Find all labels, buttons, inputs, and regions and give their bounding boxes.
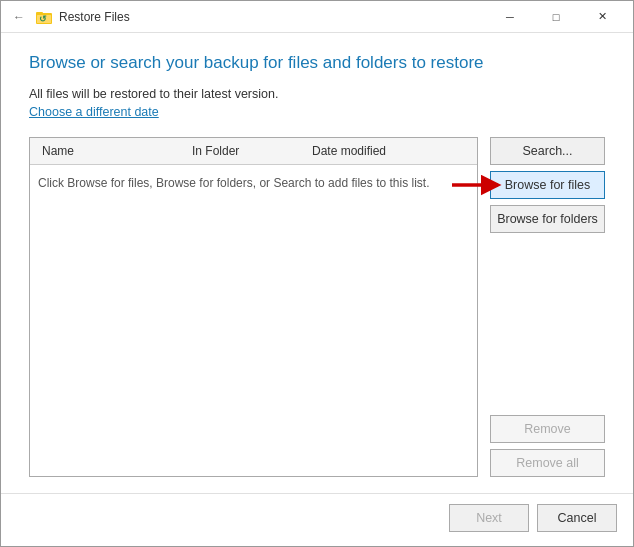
choose-date-link[interactable]: Choose a different date [29,105,605,119]
window-icon: ↺ [35,8,53,26]
page-title: Browse or search your backup for files a… [29,53,605,73]
browse-files-button[interactable]: Browse for files [490,171,605,199]
maximize-button[interactable]: □ [533,1,579,33]
col-folder: In Folder [188,142,308,160]
title-bar-controls: ─ □ ✕ [487,1,625,33]
remove-button[interactable]: Remove [490,415,605,443]
minimize-button[interactable]: ─ [487,1,533,33]
title-bar-left: ← ↺ Restore Files [9,7,487,27]
col-name: Name [38,142,188,160]
window-title: Restore Files [59,10,130,24]
side-buttons: Search... Browse for files Browse for fo… [490,137,605,477]
next-button[interactable]: Next [449,504,529,532]
remove-all-button[interactable]: Remove all [490,449,605,477]
red-arrow-icon [450,171,505,199]
info-text: All files will be restored to their late… [29,87,605,101]
arrow-indicator [450,171,505,202]
main-content: Browse or search your backup for files a… [1,33,633,493]
footer: Next Cancel [1,493,633,546]
list-header: Name In Folder Date modified [30,138,477,165]
cancel-button[interactable]: Cancel [537,504,617,532]
list-body: Click Browse for files, Browse for folde… [30,165,477,476]
search-button[interactable]: Search... [490,137,605,165]
back-button[interactable]: ← [9,7,29,27]
file-list: Name In Folder Date modified Click Brows… [29,137,478,477]
close-button[interactable]: ✕ [579,1,625,33]
svg-text:↺: ↺ [39,14,47,24]
restore-files-window: ← ↺ Restore Files ─ □ ✕ Browse or search… [0,0,634,547]
col-date: Date modified [308,142,469,160]
title-bar: ← ↺ Restore Files ─ □ ✕ [1,1,633,33]
main-area: Name In Folder Date modified Click Brows… [29,137,605,477]
spacer [490,239,605,409]
empty-message: Click Browse for files, Browse for folde… [38,175,429,192]
browse-folders-button[interactable]: Browse for folders [490,205,605,233]
